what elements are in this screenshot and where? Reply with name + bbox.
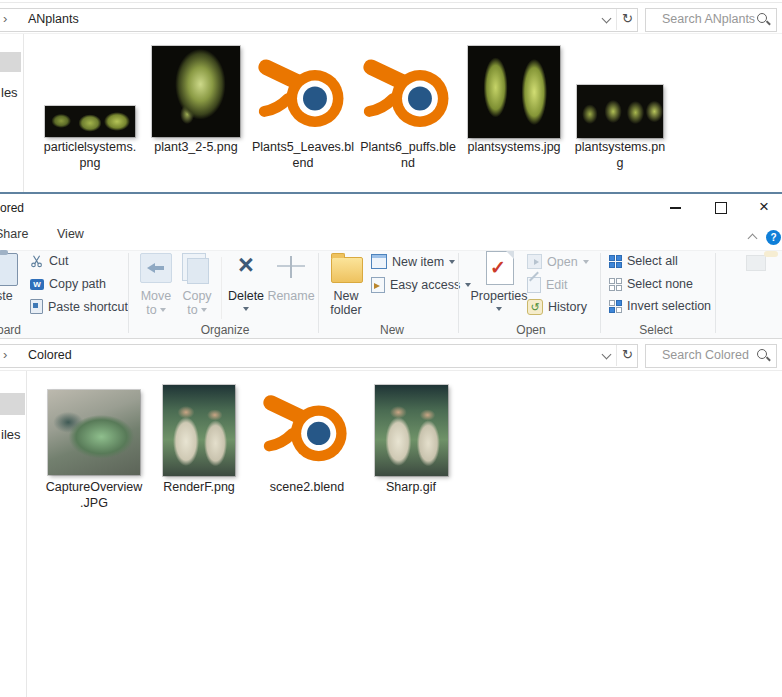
new-item-button[interactable]: New item [371,254,455,269]
edit-button[interactable]: Edit [527,277,568,293]
breadcrumb[interactable]: Colored [28,348,72,362]
dropdown-icon [465,283,471,287]
dropdown-icon [201,308,207,312]
new-folder-button-line2[interactable]: folder [326,303,366,317]
ribbon-partial-icon [746,255,766,271]
file-thumbnail[interactable] [45,106,135,137]
minimize-button[interactable] [660,194,692,220]
file-label[interactable]: Sharp.gif [355,479,467,495]
desktop-screenshot: › ANplants ↻ Search ANplants les particl… [0,0,782,697]
file-label[interactable]: CaptureOverview .JPG [38,479,150,511]
file-label[interactable]: particlelsystems. png [34,139,146,171]
file-label[interactable]: plant3_2-5.png [140,139,252,155]
properties-icon[interactable]: ✓ [486,251,514,285]
copy-to-icon[interactable] [182,253,206,281]
nav-pane-divider[interactable] [26,371,27,697]
breadcrumb-chevron-icon[interactable]: › [3,347,7,362]
explorer-window-anplants: › ANplants ↻ Search ANplants les particl… [0,0,782,192]
search-input[interactable]: Search ANplants [662,12,755,26]
delete-icon[interactable]: × [230,251,262,279]
refresh-icon[interactable]: ↻ [622,12,633,25]
blender-file-icon[interactable] [362,50,454,136]
group-label-open: Open [501,323,561,337]
copy-path-button[interactable]: W Copy path [30,277,106,291]
sidebar-item-fragment[interactable]: les [1,85,18,100]
paste-button[interactable]: ste [0,289,26,303]
file-label[interactable]: RenderF.png [143,479,255,495]
address-bar[interactable] [0,344,638,368]
new-item-icon [371,254,387,269]
address-divider [616,9,617,30]
file-thumbnail[interactable] [48,390,140,475]
select-none-button[interactable]: Select none [609,277,693,291]
breadcrumb[interactable]: ANplants [28,12,79,26]
group-label-select: Select [626,323,686,337]
paste-icon[interactable] [0,253,18,286]
group-label-organize: Organize [160,323,290,337]
maximize-button[interactable] [705,194,737,220]
group-divider [128,253,129,333]
file-label[interactable]: plantsystems.jpg [458,139,570,155]
sidebar-item-fragment[interactable]: iles [1,427,21,442]
window-title: ored [0,201,24,215]
toolbar-border [0,33,782,34]
file-thumbnail[interactable] [152,46,240,137]
search-icon[interactable] [757,349,767,359]
paste-shortcut-button[interactable]: Paste shortcut [30,299,128,314]
help-icon[interactable]: ? [766,230,781,245]
copy-to-button[interactable]: Copy [177,289,217,303]
open-icon [527,254,542,269]
collapse-ribbon-icon[interactable] [748,234,758,244]
file-thumbnail[interactable] [163,385,235,476]
maximize-icon [715,202,727,214]
copy-to-sub[interactable]: to [177,303,217,317]
file-label[interactable]: plantsystems.pn g [564,139,676,171]
blender-file-icon[interactable] [262,386,352,470]
group-label-clipboard: oard [0,323,37,337]
nav-pane-divider[interactable] [23,34,24,192]
search-icon[interactable] [757,13,767,23]
copy-path-icon: W [30,279,44,290]
easy-access-button[interactable]: Easy access [371,277,471,293]
dropdown-icon[interactable] [243,307,249,311]
explorer-window-colored: ored × Share View ? ste [0,194,782,697]
top-hairline [0,2,782,3]
sidebar-selected-item[interactable] [0,52,21,72]
refresh-icon[interactable]: ↻ [622,348,633,361]
tab-share[interactable]: Share [0,227,28,241]
file-thumbnail[interactable] [375,385,448,476]
new-folder-button[interactable]: New [326,289,366,303]
breadcrumb-chevron-icon[interactable]: › [3,11,7,26]
group-divider [715,253,716,333]
blender-file-icon[interactable] [257,50,349,136]
cut-button[interactable]: Cut [30,254,68,268]
ribbon-bottom-border [0,338,782,339]
select-all-button[interactable]: Select all [609,254,678,268]
dropdown-icon [449,260,455,264]
history-button[interactable]: ↺ History [527,299,587,315]
open-button[interactable]: Open [527,254,589,269]
cut-icon [30,254,44,268]
easy-access-icon [371,277,385,293]
file-thumbnail[interactable] [468,46,560,138]
move-to-icon[interactable] [140,253,172,283]
rename-icon[interactable] [277,256,305,278]
file-thumbnail[interactable] [577,85,663,138]
search-input[interactable]: Search Colored [662,348,749,362]
file-label[interactable]: Plants5_Leaves.bl end [247,139,359,171]
address-bar[interactable] [0,8,638,32]
move-to-button[interactable]: Move [136,289,176,303]
dropdown-icon [160,308,166,312]
close-button[interactable]: × [750,194,782,220]
rename-button[interactable]: Rename [263,289,319,303]
move-to-sub[interactable]: to [136,303,176,317]
file-label[interactable]: Plants6_puffs.ble nd [352,139,464,171]
new-folder-icon[interactable] [331,257,363,283]
tab-view[interactable]: View [57,227,84,241]
invert-selection-icon [609,300,622,313]
file-label[interactable]: scene2.blend [251,479,363,495]
properties-button[interactable]: Properties [468,289,530,303]
invert-selection-button[interactable]: Invert selection [609,299,711,313]
dropdown-icon[interactable] [496,307,502,311]
sidebar-selected-item[interactable] [0,393,25,415]
